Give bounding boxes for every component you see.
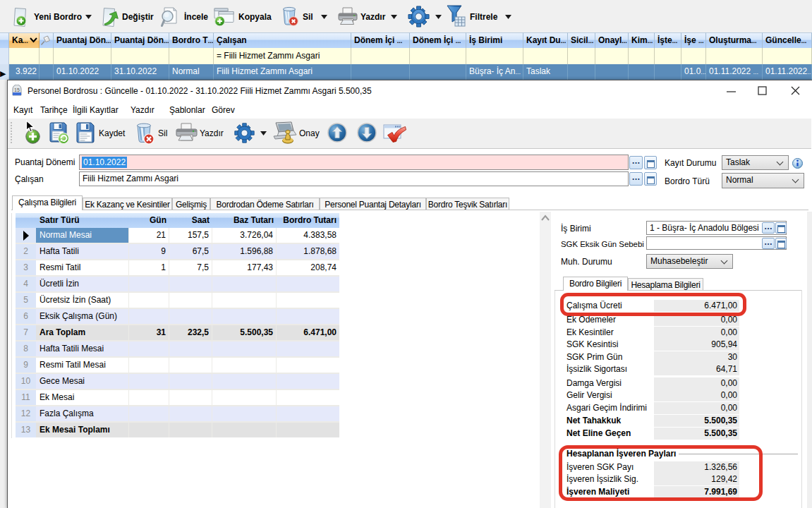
svg-text:15: 15: [14, 87, 20, 92]
